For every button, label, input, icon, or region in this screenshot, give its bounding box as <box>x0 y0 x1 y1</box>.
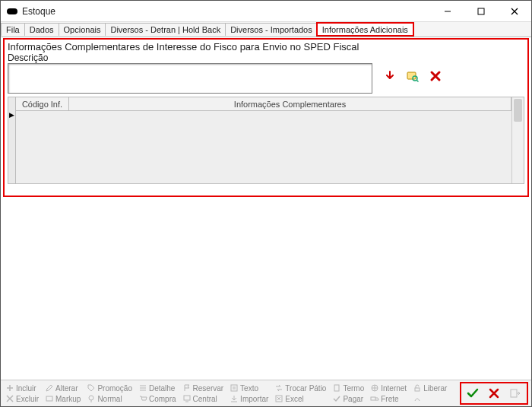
close-button[interactable] <box>498 1 531 22</box>
cart-icon <box>138 394 147 403</box>
bulb-icon <box>87 394 96 403</box>
list-icon <box>138 383 147 393</box>
current-row-marker-icon: ▶ <box>8 111 15 119</box>
toolbar-termo-label: Termo <box>343 384 364 393</box>
toolbar-incluir-label: Incluir <box>16 384 36 393</box>
toolbar-pagar[interactable]: Pagar <box>331 394 366 403</box>
toolbar-texto-label: Texto <box>240 384 258 393</box>
info-grid: ▶ Código Inf. Informações Complementares <box>8 97 524 184</box>
misc-icon <box>413 394 422 403</box>
cancel-button[interactable] <box>487 386 501 400</box>
toolbar-internet-label: Internet <box>381 384 407 393</box>
toolbar-frete[interactable]: Frete <box>369 394 408 403</box>
confirm-button[interactable] <box>466 386 480 400</box>
excel-icon <box>274 394 283 403</box>
pencil-icon <box>45 383 54 393</box>
tab-opcionais[interactable]: Opcionais <box>59 23 106 36</box>
svg-line-6 <box>416 80 419 82</box>
toolbar-compra-label: Compra <box>149 395 176 403</box>
x-icon <box>5 394 14 403</box>
tab-dados[interactable]: Dados <box>24 23 59 36</box>
grid-body[interactable] <box>16 111 511 183</box>
toolbar-liberar[interactable]: Liberar <box>411 383 448 393</box>
description-label: Descrição <box>5 52 527 63</box>
svg-rect-10 <box>184 396 190 400</box>
titlebar: Estoque <box>1 1 531 22</box>
description-action-icons <box>372 63 442 83</box>
toolbar-normal-label: Normal <box>97 395 122 403</box>
plus-icon <box>5 383 14 393</box>
toolbar-detalhe[interactable]: Detalhe <box>137 383 178 393</box>
truck-icon <box>370 394 379 403</box>
toolbar-incluir[interactable]: Incluir <box>4 383 40 393</box>
toolbar-alterar[interactable]: Alterar <box>43 383 82 393</box>
tag-icon <box>87 383 96 393</box>
markup-icon <box>45 394 54 403</box>
toolbar-importar[interactable]: Importar <box>228 394 270 403</box>
toolbar-liberar-label: Liberar <box>423 384 447 393</box>
svg-rect-14 <box>334 385 339 391</box>
toolbar-trocar-patio[interactable]: Trocar Pátio <box>273 383 328 393</box>
toolbar-normal[interactable]: Normal <box>85 394 134 403</box>
toolbar-excluir-label: Excluir <box>16 395 39 403</box>
svg-rect-16 <box>371 397 375 400</box>
svg-rect-17 <box>415 388 420 391</box>
lookup-button[interactable] <box>406 69 420 83</box>
toolbar-compra[interactable]: Compra <box>137 394 178 403</box>
minimize-button[interactable] <box>431 1 464 22</box>
toolbar-markup-label: Markup <box>55 395 81 403</box>
grid-row-marker-col: ▶ <box>8 97 16 183</box>
toolbar-alterar-label: Alterar <box>55 384 78 393</box>
svg-point-8 <box>89 396 93 400</box>
toolbar-excluir[interactable]: Excluir <box>4 394 40 403</box>
toolbar-excel[interactable]: Excel <box>273 394 328 403</box>
toolbar-detalhe-label: Detalhe <box>149 384 175 393</box>
main-panel: Informações Complementares de Interesse … <box>3 38 529 197</box>
toolbar-trocar-label: Trocar Pátio <box>285 384 326 393</box>
toolbar-central[interactable]: Central <box>181 394 226 403</box>
screen-icon <box>182 394 192 403</box>
window-title: Estoque <box>22 6 55 17</box>
toolbar-excel-label: Excel <box>285 395 303 403</box>
commit-actions <box>460 382 528 405</box>
insert-down-button[interactable] <box>383 69 397 83</box>
panel-title: Informações Complementares de Interesse … <box>5 40 527 52</box>
tab-informacoes-adicionais[interactable]: Informações Adicionais <box>317 23 413 36</box>
swap-icon <box>274 383 283 393</box>
delete-button[interactable] <box>429 69 442 83</box>
toolbar-internet[interactable]: Internet <box>369 383 408 393</box>
svg-rect-1 <box>478 8 484 14</box>
grid-col-info[interactable]: Informações Complementares <box>69 97 511 110</box>
toolbar-promocao[interactable]: Promoção <box>85 383 134 393</box>
doc-icon <box>332 383 341 393</box>
grid-header: Código Inf. Informações Complementares <box>16 97 511 111</box>
grid-scrollbar-thumb[interactable] <box>514 99 522 122</box>
svg-rect-12 <box>231 385 237 391</box>
bottom-toolbar: Incluir Excluir Alterar Markup Promoção … <box>1 380 531 406</box>
grid-scrollbar[interactable] <box>511 97 524 183</box>
exit-button[interactable] <box>508 386 522 400</box>
tab-diversos-detran[interactable]: Diversos - Detran | Hold Back <box>105 23 226 36</box>
flag-icon <box>182 383 192 393</box>
grid-col-codigo[interactable]: Código Inf. <box>16 97 69 110</box>
tab-diversos-importados[interactable]: Diversos - Importados <box>225 23 318 36</box>
toolbar-markup[interactable]: Markup <box>43 394 82 403</box>
toolbar-texto[interactable]: Texto <box>228 383 270 393</box>
tab-fila[interactable]: Fila <box>1 23 25 36</box>
import-icon <box>230 394 239 403</box>
toolbar-reservar[interactable]: Reservar <box>181 383 226 393</box>
toolbar-extra1[interactable] <box>411 394 448 403</box>
toolbar-central-label: Central <box>193 395 217 403</box>
toolbar-reservar-label: Reservar <box>193 384 224 393</box>
check-icon <box>332 394 341 403</box>
tab-strip: Fila Dados Opcionais Diversos - Detran |… <box>1 22 531 37</box>
app-icon <box>7 8 17 14</box>
text-icon <box>230 383 239 393</box>
toolbar-termo[interactable]: Termo <box>331 383 366 393</box>
globe-icon <box>370 383 379 393</box>
svg-rect-18 <box>511 390 517 397</box>
toolbar-importar-label: Importar <box>240 395 268 403</box>
description-input[interactable] <box>8 63 372 94</box>
maximize-button[interactable] <box>464 1 498 22</box>
toolbar-promocao-label: Promoção <box>97 384 132 393</box>
